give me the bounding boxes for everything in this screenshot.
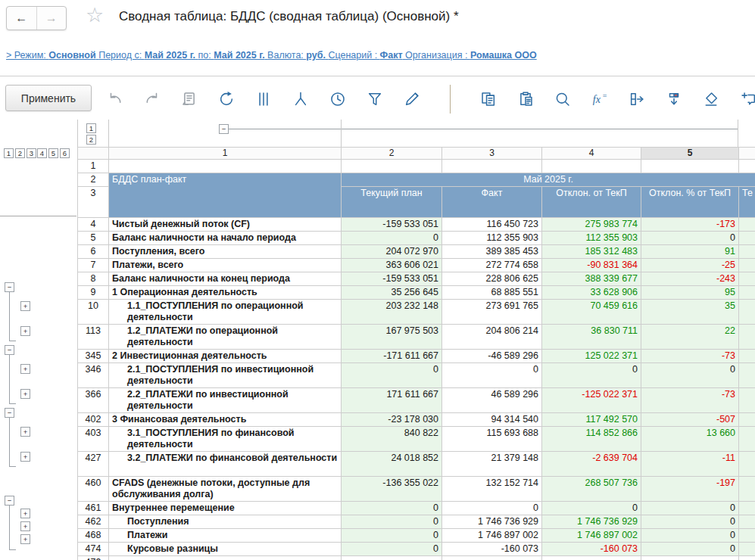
- value-cell[interactable]: 117 492 570: [542, 413, 641, 427]
- next-column-cell[interactable]: [739, 502, 755, 515]
- columns-icon[interactable]: [255, 91, 272, 107]
- expand-group-button[interactable]: +: [20, 326, 30, 336]
- value-cell[interactable]: 112 355 903: [442, 232, 542, 245]
- row-label-cell[interactable]: Баланс наличности на начало периода: [109, 232, 342, 245]
- row-label-cell[interactable]: CFADS (денежные потоки, доступные для об…: [109, 477, 342, 502]
- row-number[interactable]: 5: [78, 232, 109, 245]
- value-cell[interactable]: [542, 556, 641, 560]
- value-cell[interactable]: -160 073: [442, 543, 542, 556]
- value-cell[interactable]: 0: [641, 529, 739, 543]
- row-number[interactable]: 2: [78, 173, 109, 187]
- row-label-cell[interactable]: 3.2_ПЛАТЕЖИ по финансовой деятельности: [109, 452, 342, 477]
- column-level-2-button[interactable]: 2: [86, 135, 96, 145]
- value-cell[interactable]: 171 611 667: [342, 388, 442, 413]
- expand-group-button[interactable]: +: [20, 452, 30, 462]
- row-label-cell[interactable]: 1.2_ПЛАТЕЖИ по операционной деятельности: [109, 325, 342, 350]
- value-cell[interactable]: -243: [641, 272, 739, 286]
- value-cell[interactable]: 13 660: [641, 427, 739, 452]
- row-label-cell[interactable]: 3.1_ПОСТУПЛЕНИЯ по финансовой деятельнос…: [109, 427, 342, 452]
- value-cell[interactable]: 35 256 645: [342, 286, 442, 300]
- row-label-cell[interactable]: 2.2_ПЛАТЕЖИ по инвестиционной деятельнос…: [109, 388, 342, 413]
- value-cell[interactable]: [442, 556, 542, 560]
- value-cell[interactable]: 94 314 540: [442, 413, 542, 427]
- next-column-cell[interactable]: [739, 427, 755, 452]
- row-number[interactable]: 345: [78, 350, 109, 363]
- row-number[interactable]: 474: [78, 543, 109, 556]
- row-number[interactable]: 4: [78, 218, 109, 232]
- row-number[interactable]: 427: [78, 452, 109, 477]
- formula-icon[interactable]: fx=: [591, 91, 608, 107]
- column-header[interactable]: 1: [109, 148, 342, 160]
- value-cell[interactable]: 840 822: [342, 427, 442, 452]
- empty-cell[interactable]: [739, 160, 755, 173]
- measure-header-cell[interactable]: Факт: [442, 187, 542, 218]
- forward-button[interactable]: →: [36, 7, 67, 30]
- value-cell[interactable]: 114 852 866: [542, 427, 641, 452]
- value-cell[interactable]: -25: [641, 259, 739, 272]
- value-cell[interactable]: 0: [442, 363, 542, 388]
- value-cell[interactable]: -125 022 371: [542, 388, 641, 413]
- empty-cell[interactable]: [542, 160, 641, 173]
- next-column-cell[interactable]: [739, 232, 755, 245]
- corner-cell[interactable]: [78, 148, 109, 160]
- next-column-cell[interactable]: [739, 218, 755, 232]
- value-cell[interactable]: 132 152 714: [442, 477, 542, 502]
- value-cell[interactable]: 116 450 723: [442, 218, 542, 232]
- row-number[interactable]: 402: [78, 413, 109, 427]
- value-cell[interactable]: 36 830 711: [542, 325, 641, 350]
- value-cell[interactable]: 273 691 765: [442, 300, 542, 325]
- row-number[interactable]: 366: [78, 388, 109, 413]
- row-label-cell[interactable]: [109, 556, 342, 560]
- report-icon[interactable]: [181, 91, 198, 107]
- column-header[interactable]: 2: [342, 148, 442, 160]
- value-cell[interactable]: 0: [641, 363, 739, 388]
- value-cell[interactable]: 0: [641, 543, 739, 556]
- value-cell[interactable]: -46 589 296: [442, 350, 542, 363]
- history-icon[interactable]: [329, 91, 346, 107]
- value-cell[interactable]: 125 022 371: [542, 350, 641, 363]
- row-label-cell[interactable]: 3 Финансовая деятельность: [109, 413, 342, 427]
- search-icon[interactable]: [554, 91, 571, 107]
- value-cell[interactable]: 203 232 148: [342, 300, 442, 325]
- value-cell[interactable]: 115 693 688: [442, 427, 542, 452]
- row-level-3-button[interactable]: 3: [27, 148, 36, 158]
- value-cell[interactable]: 33 628 906: [542, 286, 641, 300]
- value-cell[interactable]: 0: [342, 502, 442, 515]
- value-cell[interactable]: 24 018 852: [342, 452, 442, 477]
- report-title-cell[interactable]: БДДС план-факт: [109, 173, 342, 218]
- undo-icon[interactable]: [107, 91, 123, 107]
- value-cell[interactable]: 204 072 970: [342, 245, 442, 259]
- clear-format-icon[interactable]: [703, 91, 719, 107]
- value-cell[interactable]: 388 339 677: [542, 272, 641, 286]
- value-cell[interactable]: 91: [641, 245, 739, 259]
- next-column-cell[interactable]: [739, 245, 755, 259]
- next-column-header-cell[interactable]: Те: [739, 187, 755, 218]
- next-column-cell[interactable]: [739, 452, 755, 477]
- value-cell[interactable]: -23 178 030: [342, 413, 442, 427]
- empty-cell[interactable]: [641, 160, 739, 173]
- value-cell[interactable]: -2 639 704: [542, 452, 641, 477]
- row-level-1-button[interactable]: 1: [4, 148, 14, 158]
- value-cell[interactable]: 35: [641, 300, 739, 325]
- value-cell[interactable]: -73: [641, 350, 739, 363]
- value-cell[interactable]: 268 507 736: [542, 477, 641, 502]
- measure-header-cell[interactable]: Текущий план: [342, 187, 442, 218]
- row-level-5-button[interactable]: 5: [48, 148, 58, 158]
- row-number[interactable]: 3: [78, 187, 109, 218]
- redo-icon[interactable]: [144, 91, 161, 107]
- column-header-selected[interactable]: 5: [641, 148, 739, 160]
- value-cell[interactable]: [342, 556, 442, 560]
- row-number[interactable]: 462: [78, 515, 109, 529]
- row-number[interactable]: 346: [78, 363, 109, 388]
- next-column-cell[interactable]: [739, 259, 755, 272]
- collapse-column-group-button[interactable]: −: [219, 124, 229, 134]
- value-cell[interactable]: 0: [342, 232, 442, 245]
- row-number[interactable]: 468: [78, 529, 109, 543]
- edit-icon[interactable]: [404, 91, 420, 107]
- paste-icon[interactable]: [517, 91, 534, 107]
- row-number[interactable]: 113: [78, 325, 109, 350]
- next-column-cell[interactable]: [739, 325, 755, 350]
- next-column-cell[interactable]: [739, 388, 755, 413]
- value-cell[interactable]: 95: [641, 286, 739, 300]
- value-cell[interactable]: 0: [641, 232, 739, 245]
